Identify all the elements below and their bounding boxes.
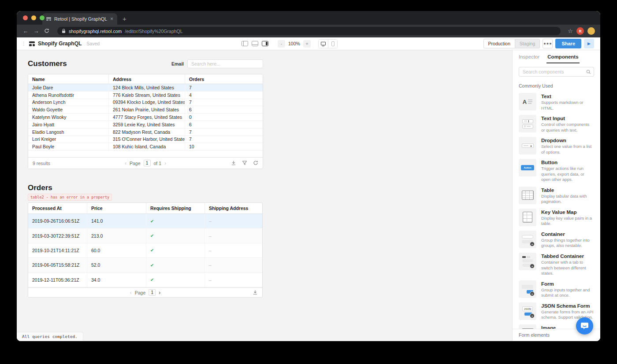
table-cell: 7 [185, 136, 263, 143]
component-item-dropdown[interactable]: ▾DropdownSelect one value from a list of… [519, 137, 594, 155]
prev-page-icon[interactable]: ‹ [130, 290, 132, 295]
component-name: Tabbed Container [541, 254, 594, 259]
column-header-address[interactable]: Address [109, 74, 185, 84]
component-item-container[interactable]: +ContainerGroup things together into gro… [519, 231, 594, 249]
panel-toggles [242, 41, 268, 46]
customers-table-footer: 9 results ‹ Page 1 of 1 › [28, 157, 263, 169]
table-row[interactable]: Eladio Langosh822 Madyson Rest, Canada7 [28, 129, 263, 136]
zoom-out-button[interactable]: - [278, 40, 285, 48]
new-tab-button[interactable]: + [123, 15, 126, 22]
close-window-icon[interactable] [23, 15, 28, 20]
table-row[interactable]: Jairo Hyatt3259 Lexie Key, United States… [28, 121, 263, 129]
table-cell: Katelynn Wisoky [28, 114, 109, 121]
form-icon: + [519, 280, 536, 298]
chat-launcher-button[interactable] [576, 317, 593, 335]
error-badge[interactable]: table2 - has an error in a property [28, 194, 112, 201]
table-row[interactable]: Waldo Goyette261 Nolan Prairie, United S… [28, 106, 263, 114]
table-row[interactable]: Lori Kreiger315 O'Conner Harbor, United … [28, 136, 263, 143]
toggle-left-panel-icon[interactable] [242, 41, 248, 46]
table-row[interactable]: Anderson Lynch09394 Klocko Lodge, United… [28, 99, 263, 107]
table-cell: 3259 Lexie Key, United States [109, 121, 185, 128]
table-row[interactable]: 2019-09-26T16:06:51Z141.0✔– [28, 214, 262, 228]
download-icon[interactable] [253, 289, 258, 297]
more-options-button[interactable]: ●●● [543, 39, 553, 48]
component-description: Select one value from a list of options. [541, 144, 594, 155]
staging-button[interactable]: Staging [515, 39, 540, 49]
table-row[interactable]: Paul Boyle108 Kuhic Island, Canada10 [28, 143, 263, 151]
next-page-icon[interactable]: › [164, 161, 166, 166]
component-item-table[interactable]: TableDisplay tabular data with paginatio… [519, 187, 594, 205]
tab-inspector[interactable]: Inspector [519, 50, 539, 63]
component-item-tabbed-container[interactable]: +Tabbed ContainerContainer with a tab to… [519, 253, 594, 276]
component-item-text-input[interactable]: Text InputControl other components or qu… [519, 115, 594, 133]
retool-logo-icon[interactable] [29, 41, 35, 46]
desktop-view-button[interactable] [319, 40, 328, 48]
email-search-input[interactable] [187, 59, 263, 68]
table-cell: – [205, 243, 262, 257]
lock-icon [62, 27, 66, 35]
address-bar[interactable]: shopifygraphql.retool.com/editor/Shopify… [57, 27, 561, 35]
next-page-icon[interactable]: › [159, 290, 160, 295]
filter-icon[interactable] [242, 159, 247, 167]
tab-close-icon[interactable]: × [110, 16, 113, 22]
component-item-form[interactable]: +FormGroup inputs together and submit at… [519, 280, 594, 298]
download-icon[interactable] [231, 159, 236, 167]
column-header-shipping-address[interactable]: Shipping Address [205, 203, 262, 213]
chat-icon [580, 322, 589, 330]
component-item-button[interactable]: ActionButtonTrigger actions like run que… [519, 159, 594, 183]
refresh-icon[interactable] [253, 159, 258, 167]
section-label-commonly-used: Commonly Used [519, 83, 594, 88]
table-row[interactable]: 2019-03-30T22:39:51Z213.0✔– [28, 228, 262, 243]
preview-play-button[interactable]: ▶ [584, 39, 594, 48]
column-header-orders[interactable]: Orders [185, 74, 263, 84]
table-cell: 7 [185, 84, 263, 91]
table-cell: 7 [185, 129, 263, 136]
zoom-in-button[interactable]: + [303, 40, 311, 48]
drag-handle-icon[interactable]: ⋮ [21, 41, 26, 47]
profile-avatar[interactable] [587, 27, 595, 35]
app-canvas[interactable]: Customers Email NameAddressOrders Jolie … [17, 50, 512, 341]
page-number-input[interactable]: 1 [149, 289, 156, 296]
forward-icon[interactable]: → [33, 28, 40, 34]
table-icon [519, 187, 536, 204]
tab-components[interactable]: Components [547, 50, 578, 63]
component-item-key-value-map[interactable]: Key Value MapDisplay key value pairs in … [519, 209, 594, 227]
table-cell: 52.0 [87, 258, 146, 272]
page-number-input[interactable]: 1 [144, 160, 151, 166]
component-name: Key Value Map [541, 210, 594, 215]
browser-tab[interactable]: Retool | Shopify GraphQL × [42, 13, 117, 25]
table-row[interactable]: Athena Runolfsdottir776 Kaleb Stream, Un… [28, 92, 263, 99]
maximize-window-icon[interactable] [40, 15, 45, 20]
extension-avatar[interactable]: R [576, 27, 584, 35]
search-components-input[interactable] [519, 67, 594, 77]
checkmark-icon: ✔ [150, 233, 154, 238]
table-row[interactable]: Jolie Dare124 Block Mills, United States… [28, 84, 263, 92]
toggle-right-panel-icon[interactable] [262, 41, 268, 46]
prev-page-icon[interactable]: ‹ [125, 161, 126, 166]
column-header-name[interactable]: Name [28, 74, 109, 84]
share-button[interactable]: Share [555, 39, 581, 48]
table-row[interactable]: 2019-12-11T05:36:21Z34.0✔– [28, 273, 262, 287]
column-header-price[interactable]: Price [87, 203, 146, 213]
bookmark-star-icon[interactable]: ☆ [568, 28, 573, 34]
back-icon[interactable]: ← [22, 28, 29, 34]
component-item-text[interactable]: ATextSupports markdown or HTML. [519, 93, 594, 111]
table-row[interactable]: Katelynn Wisoky4777 Stacy Forges, United… [28, 114, 263, 121]
sidebar-tabs: Inspector Components [513, 50, 600, 63]
desktop-background: Retool | Shopify GraphQL × + ← → shopify… [0, 0, 617, 364]
customers-table: NameAddressOrders Jolie Dare124 Block Mi… [28, 74, 263, 169]
table-cell: 4777 Stacy Forges, United States [109, 114, 185, 121]
column-header-processed-at[interactable]: Processed At [28, 203, 87, 213]
table-cell: 09394 Klocko Lodge, United States [109, 99, 185, 106]
reload-icon[interactable] [43, 28, 50, 34]
toggle-bottom-panel-icon[interactable] [252, 41, 258, 46]
component-text: TableDisplay tabular data with paginatio… [541, 187, 594, 205]
minimize-window-icon[interactable] [31, 15, 36, 20]
table-row[interactable]: 2019-06-05T15:58:21Z52.0✔– [28, 258, 262, 272]
component-description: Trigger actions like run queries, export… [541, 166, 594, 183]
url-path: /editor/Shopify%20GraphQL [125, 29, 182, 34]
table-row[interactable]: 2019-10-21T14:11:21Z60.0✔– [28, 243, 262, 258]
production-button[interactable]: Production [483, 39, 515, 49]
column-header-requires-shipping[interactable]: Requires Shipping [146, 203, 205, 213]
mobile-view-button[interactable] [328, 40, 337, 48]
